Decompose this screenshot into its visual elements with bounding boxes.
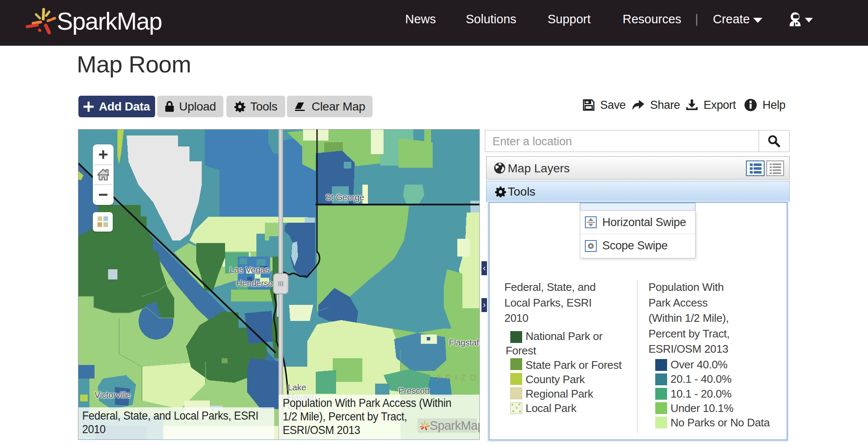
svg-text:ARIZONA: ARIZONA [436, 373, 480, 382]
